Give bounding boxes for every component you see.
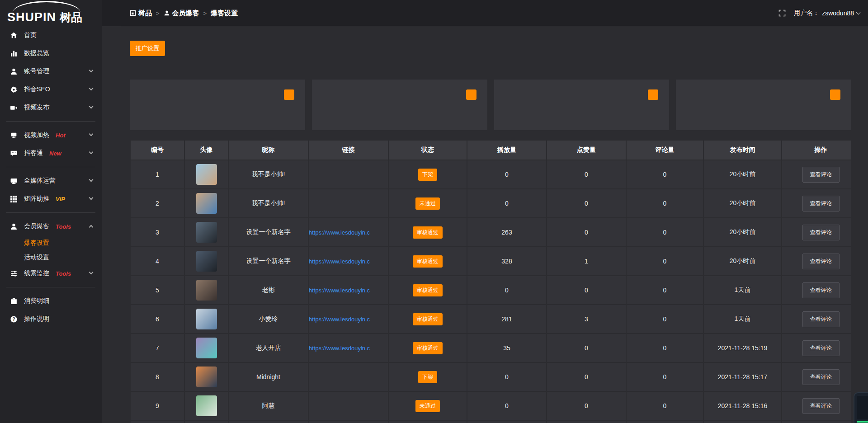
table-row: 3设置一个新名字https://www.iesdouyin.c审核通过26300… (131, 218, 851, 246)
sidebar-item-矩阵助推[interactable]: 矩阵助推VIP (0, 190, 102, 208)
cell-id: 4 (131, 247, 184, 275)
video-link[interactable]: https://www.iesdouyin.c (309, 229, 370, 236)
avatar (196, 164, 217, 185)
video-link[interactable]: https://www.iesdouyin.c (309, 316, 370, 323)
cell-link: https://www.iesdouyin.c (309, 218, 388, 246)
cell-time: 20小时前 (704, 160, 781, 188)
view-comments-button[interactable]: 查看评论 (802, 398, 840, 414)
chat-icon (10, 150, 18, 157)
view-comments-button[interactable]: 查看评论 (802, 254, 840, 269)
sidebar-item-badge: VIP (56, 196, 65, 202)
user-menu[interactable]: 用户名： zswodun88 (794, 9, 860, 17)
chevron-down-icon (89, 132, 94, 136)
member-icon (10, 223, 18, 230)
stat-card-评论数 (312, 80, 487, 130)
status-badge: 审核通过 (413, 226, 443, 239)
cell-nickname: 我不是小帅! (229, 189, 308, 217)
sidebar-item-首页[interactable]: 首页 (0, 26, 102, 44)
view-comments-button[interactable]: 查看评论 (802, 369, 840, 385)
cell-id: 8 (131, 363, 184, 391)
sidebar-item-label: 操作说明 (24, 315, 49, 323)
promo-settings-button[interactable]: 推广设置 (130, 41, 165, 56)
view-comments-button[interactable]: 查看评论 (802, 340, 840, 356)
view-comments-button[interactable]: 查看评论 (802, 196, 840, 212)
view-comments-button[interactable]: 查看评论 (802, 311, 840, 327)
column-header-操作: 操作 (782, 141, 851, 160)
cell-plays: 281 (467, 305, 546, 333)
breadcrumb-item-member[interactable]: 会员爆客 (164, 9, 199, 18)
floating-widget[interactable] (854, 392, 868, 423)
sidebar-item-消费明细[interactable]: 消费明细 (0, 292, 102, 310)
floating-widget-screen (857, 396, 868, 419)
cell-plays: 0 (467, 189, 546, 217)
cell-action: 查看评论 (782, 363, 851, 391)
sidebar-item-抖音SEO[interactable]: 抖音SEO (0, 80, 102, 99)
sidebar-item-视频加热[interactable]: 视频加热Hot (0, 126, 102, 144)
cell-plays: 263 (467, 218, 546, 246)
sidebar-item-label: 抖客通 (24, 149, 43, 157)
sidebar-item-数据总览[interactable]: 数据总览 (0, 44, 102, 62)
cell-link: https://www.iesdouyin.c (309, 247, 388, 275)
video-link[interactable]: https://www.iesdouyin.c (309, 258, 370, 265)
table-row: 4设置一个新名字https://www.iesdouyin.c审核通过32810… (131, 247, 851, 275)
fullscreen-icon[interactable] (778, 9, 786, 17)
sidebar-item-label: 首页 (24, 31, 37, 39)
cell-comments: 0 (627, 218, 703, 246)
cell-avatar (185, 276, 228, 304)
cell-empty (627, 421, 703, 423)
view-comments-button[interactable]: 查看评论 (802, 282, 840, 298)
column-header-点赞量: 点赞量 (547, 141, 626, 160)
status-badge: 下架 (418, 371, 437, 383)
avatar (196, 395, 217, 416)
cell-action: 查看评论 (782, 276, 851, 304)
cell-status: 审核通过 (389, 218, 467, 246)
table-row: 6小爱玲https://www.iesdouyin.c审核通过281301天前查… (131, 305, 851, 333)
cell-avatar (185, 392, 228, 420)
topbar: 树品 > 会员爆客 > 爆客设置 用户名： zswodun88 (102, 0, 868, 26)
cell-time: 1天前 (704, 276, 781, 304)
avatar (196, 367, 217, 387)
stat-card-视频个数 (676, 80, 851, 130)
sidebar-item-操作说明[interactable]: ?操作说明 (0, 310, 102, 328)
sidebar-item-账号管理[interactable]: 账号管理 (0, 62, 102, 80)
wallet-icon (10, 297, 18, 305)
sidebar-item-会员爆客[interactable]: 会员爆客Tools (0, 217, 102, 235)
cell-nickname: 老彬 (229, 276, 308, 304)
cell-comments: 0 (627, 247, 703, 275)
cell-action: 查看评论 (782, 305, 851, 333)
sidebar-item-label: 账号管理 (24, 67, 49, 75)
cell-comments: 0 (627, 160, 703, 188)
sidebar-subitem-活动设置[interactable]: 活动设置 (0, 250, 102, 264)
column-header-头像: 头像 (185, 141, 228, 160)
column-header-链接: 链接 (309, 141, 388, 160)
cell-empty (229, 421, 308, 423)
view-comments-button[interactable]: 查看评论 (802, 225, 840, 240)
sidebar-item-线索监控[interactable]: 线索监控Tools (0, 264, 102, 282)
cell-avatar (185, 363, 228, 391)
cell-time: 20小时前 (704, 218, 781, 246)
cell-likes: 0 (547, 218, 626, 246)
brand-logo[interactable]: SHUPIN 树品 (0, 0, 102, 23)
sidebar-nav: 首页数据总览账号管理抖音SEO视频发布视频加热Hot抖客通New全媒体运营矩阵助… (0, 23, 102, 328)
cell-link: https://www.iesdouyin.c (309, 276, 388, 304)
column-header-状态: 状态 (389, 141, 467, 160)
sidebar-item-badge: Tools (56, 223, 71, 230)
stat-cards (130, 80, 851, 130)
avatar (196, 338, 217, 358)
cell-status: 下架 (389, 160, 467, 188)
breadcrumb-label: 会员爆客 (172, 9, 199, 18)
breadcrumb-item-home[interactable]: 树品 (130, 9, 152, 18)
sidebar-item-全媒体运营[interactable]: 全媒体运营 (0, 172, 102, 190)
sidebar-subitem-爆客设置[interactable]: 爆客设置 (0, 235, 102, 250)
video-link[interactable]: https://www.iesdouyin.c (309, 287, 370, 294)
cell-comments: 0 (627, 189, 703, 217)
cell-link (309, 392, 388, 420)
sidebar-item-视频发布[interactable]: 视频发布 (0, 99, 102, 117)
cell-likes: 0 (547, 189, 626, 217)
view-comments-button[interactable]: 查看评论 (802, 167, 840, 183)
cell-nickname: Midnight (229, 363, 308, 391)
cell-comments: 0 (627, 334, 703, 362)
cell-action: 查看评论 (782, 247, 851, 275)
video-link[interactable]: https://www.iesdouyin.c (309, 345, 370, 352)
sidebar-item-抖客通[interactable]: 抖客通New (0, 144, 102, 162)
